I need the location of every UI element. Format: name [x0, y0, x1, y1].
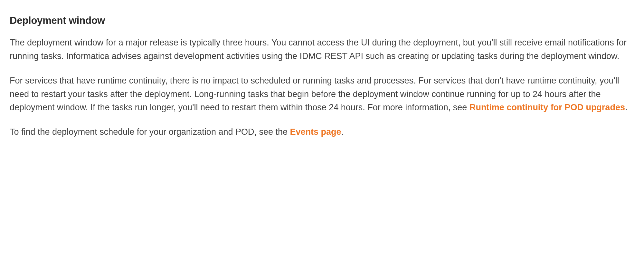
events-page-link[interactable]: Events page	[290, 127, 341, 137]
runtime-continuity-link[interactable]: Runtime continuity for POD upgrades	[469, 103, 625, 112]
paragraph-intro: The deployment window for a major releas…	[10, 36, 634, 63]
paragraph-text: To find the deployment schedule for your…	[10, 127, 290, 137]
deployment-window-section: Deployment window The deployment window …	[10, 13, 634, 139]
section-heading: Deployment window	[10, 13, 634, 28]
paragraph-runtime-continuity: For services that have runtime continuit…	[10, 74, 634, 115]
paragraph-schedule: To find the deployment schedule for your…	[10, 125, 634, 139]
paragraph-text-tail: .	[625, 103, 628, 112]
paragraph-text-tail: .	[341, 127, 344, 137]
